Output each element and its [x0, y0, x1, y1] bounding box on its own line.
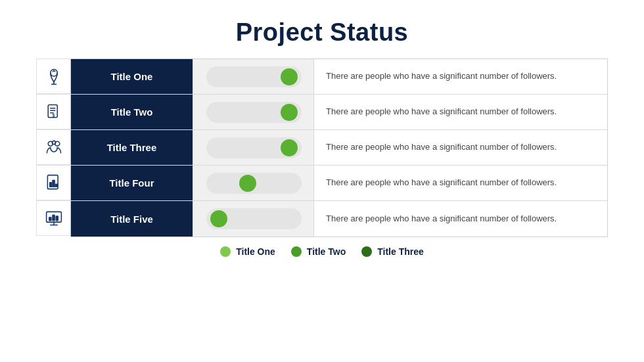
svg-point-10 — [52, 141, 55, 144]
main-content: $ — [36, 58, 608, 237]
row-1-desc: There are people who have a significant … — [314, 59, 607, 94]
icon-row-5 — [36, 200, 70, 236]
icon-column: $ — [36, 58, 70, 237]
table-row: Title Five There are people who have a s… — [71, 201, 607, 237]
legend-dot-icon-2 — [291, 246, 302, 257]
row-4-desc: There are people who have a significant … — [314, 166, 607, 200]
legend: Title One Title Two Title Three — [220, 246, 424, 257]
row-3-desc: There are people who have a significant … — [314, 130, 607, 165]
legend-label-1: Title One — [236, 246, 275, 257]
row-2-title: Title Two — [71, 95, 193, 129]
row-2-toggle — [193, 95, 314, 129]
icon-row-1 — [36, 58, 70, 94]
icon-row-4 — [36, 165, 70, 200]
toggle-dot-5 — [210, 210, 227, 227]
icon-row-2: $ — [36, 94, 70, 129]
legend-dot-icon-1 — [220, 246, 231, 257]
row-2-desc: There are people who have a significant … — [314, 95, 607, 129]
toggle-track-3[interactable] — [206, 137, 302, 158]
page-title: Project Status — [236, 18, 409, 47]
legend-item-2: Title Two — [291, 246, 346, 257]
row-1-title: Title One — [71, 59, 193, 94]
row-5-title: Title Five — [71, 201, 193, 237]
row-3-toggle — [193, 130, 314, 165]
row-3-title: Title Three — [71, 130, 193, 165]
toggle-dot-3 — [281, 139, 298, 156]
row-4-toggle — [193, 166, 314, 200]
legend-dot-icon-3 — [361, 246, 372, 257]
legend-item-3: Title Three — [361, 246, 424, 257]
table-row: Title Four There are people who have a s… — [71, 166, 607, 201]
toggle-track-4[interactable] — [206, 173, 302, 194]
table-row: Title Three There are people who have a … — [71, 130, 607, 166]
toggle-track-1[interactable] — [206, 66, 302, 87]
row-5-toggle — [193, 201, 314, 237]
table-row: Title One There are people who have a si… — [71, 59, 607, 95]
row-1-toggle — [193, 59, 314, 94]
toggle-track-2[interactable] — [206, 102, 302, 123]
icon-row-3 — [36, 129, 70, 165]
toggle-dot-4 — [239, 175, 256, 192]
legend-item-1: Title One — [220, 246, 275, 257]
row-5-desc: There are people who have a significant … — [314, 201, 607, 237]
table: Title One There are people who have a si… — [70, 58, 608, 237]
table-row: Title Two There are people who have a si… — [71, 95, 607, 130]
toggle-dot-1 — [281, 68, 298, 85]
toggle-dot-2 — [281, 104, 298, 121]
toggle-track-5[interactable] — [206, 208, 302, 229]
legend-label-2: Title Two — [307, 246, 346, 257]
row-4-title: Title Four — [71, 166, 193, 200]
svg-text:$: $ — [52, 113, 55, 118]
legend-label-3: Title Three — [377, 246, 424, 257]
